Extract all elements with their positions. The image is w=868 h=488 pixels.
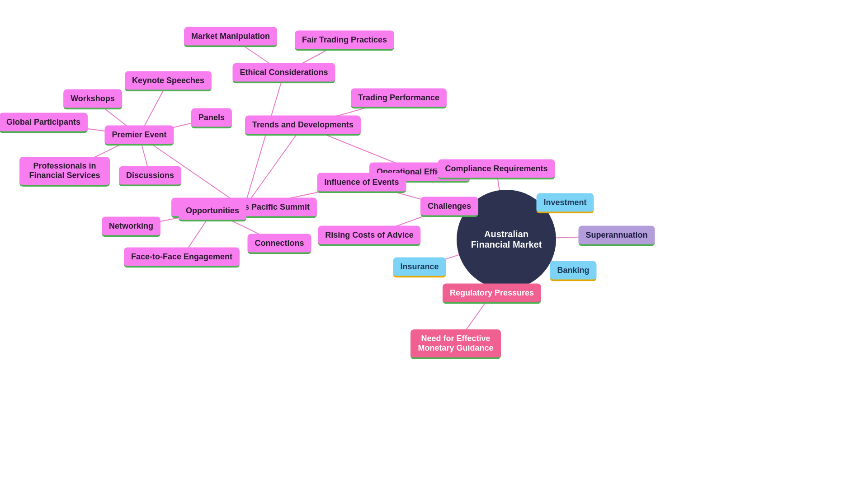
node-premier_event[interactable]: Premier Event bbox=[104, 126, 174, 146]
node-fair_trading[interactable]: Fair Trading Practices bbox=[295, 31, 394, 51]
node-global_participants[interactable]: Global Participants bbox=[0, 113, 88, 133]
node-banking[interactable]: Banking bbox=[550, 261, 596, 282]
node-influence_of_events[interactable]: Influence of Events bbox=[317, 173, 406, 193]
node-compliance[interactable]: Compliance Requirements bbox=[438, 160, 555, 180]
node-rising_costs[interactable]: Rising Costs of Advice bbox=[318, 226, 420, 246]
node-need_monetary[interactable]: Need for Effective Monetary Guidance bbox=[410, 329, 501, 359]
node-ethical[interactable]: Ethical Considerations bbox=[232, 63, 335, 84]
node-challenges[interactable]: Challenges bbox=[420, 197, 478, 217]
node-trends[interactable]: Trends and Developments bbox=[245, 116, 361, 136]
node-face_to_face[interactable]: Face-to-Face Engagement bbox=[124, 248, 240, 268]
connection-finance_magnates-ethical bbox=[244, 73, 284, 208]
node-regulatory[interactable]: Regulatory Pressures bbox=[443, 284, 541, 304]
node-market_manipulation[interactable]: Market Manipulation bbox=[184, 27, 277, 47]
node-panels[interactable]: Panels bbox=[191, 108, 232, 129]
node-trading_performance[interactable]: Trading Performance bbox=[351, 89, 447, 109]
node-workshops[interactable]: Workshops bbox=[63, 89, 122, 110]
node-opportunities[interactable]: Opportunities bbox=[179, 202, 246, 222]
node-keynote[interactable]: Keynote Speeches bbox=[125, 71, 212, 92]
connection-finance_magnates-trends bbox=[244, 126, 303, 208]
node-discussions[interactable]: Discussions bbox=[119, 166, 181, 187]
node-networking[interactable]: Networking bbox=[102, 217, 160, 237]
node-superannuation[interactable]: Superannuation bbox=[578, 226, 655, 246]
node-connections[interactable]: Connections bbox=[247, 234, 311, 254]
mind-map: Australian Financial MarketPremier Event… bbox=[0, 0, 868, 488]
node-professionals[interactable]: Professionals in Financial Services bbox=[19, 157, 110, 187]
node-insurance[interactable]: Insurance bbox=[393, 258, 446, 278]
node-investment[interactable]: Investment bbox=[536, 193, 594, 214]
